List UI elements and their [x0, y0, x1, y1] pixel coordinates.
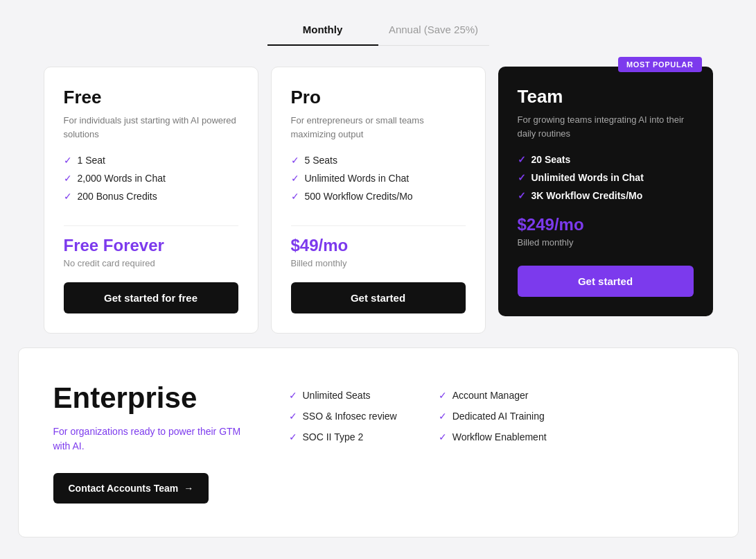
- check-icon: ✓: [518, 172, 526, 183]
- check-icon: ✓: [518, 154, 526, 165]
- check-icon: ✓: [289, 390, 297, 401]
- feature-pro-2: ✓Unlimited Words in Chat: [291, 173, 466, 184]
- enterprise-feature-sso: ✓ SSO & Infosec review: [289, 411, 397, 422]
- features-list-team: ✓20 Seats ✓Unlimited Words in Chat ✓3K W…: [518, 154, 694, 201]
- monthly-tab[interactable]: Monthly: [267, 14, 378, 45]
- enterprise-feature-soc: ✓ SOC II Type 2: [289, 431, 397, 442]
- check-icon: ✓: [291, 155, 299, 166]
- plan-name-free: Free: [64, 87, 238, 108]
- check-icon: ✓: [64, 173, 72, 184]
- plans-container: Free For individuals just starting with …: [18, 67, 739, 334]
- enterprise-desc: For organizations ready to power their G…: [53, 424, 247, 454]
- price-label-free: Free Forever: [64, 236, 238, 255]
- plan-desc-free: For individuals just starting with AI po…: [64, 114, 238, 141]
- price-label-pro: $49/mo: [291, 236, 466, 255]
- feature-label: Workflow Enablement: [452, 431, 547, 442]
- enterprise-features: ✓ Unlimited Seats ✓ SSO & Infosec review…: [289, 381, 703, 442]
- arrow-icon: →: [184, 483, 193, 494]
- plan-card-team: MOST POPULAR Team For growing teams inte…: [498, 67, 713, 316]
- features-list-free: ✓1 Seat ✓2,000 Words in Chat ✓200 Bonus …: [64, 155, 238, 202]
- feature-label: Dedicated AI Training: [452, 411, 545, 422]
- price-sub-pro: Billed monthly: [291, 258, 466, 268]
- check-icon: ✓: [291, 173, 299, 184]
- feature-pro-1: ✓5 Seats: [291, 155, 466, 166]
- enterprise-features-col2: ✓ Account Manager ✓ Dedicated AI Trainin…: [439, 390, 547, 442]
- price-label-team: $249/mo: [518, 215, 694, 234]
- enterprise-feature-workflow: ✓ Workflow Enablement: [439, 431, 547, 442]
- check-icon: ✓: [289, 411, 297, 422]
- check-icon: ✓: [291, 191, 299, 202]
- cta-button-free[interactable]: Get started for free: [64, 282, 238, 313]
- contact-accounts-button[interactable]: Contact Accounts Team →: [53, 473, 209, 504]
- feature-free-3: ✓200 Bonus Credits: [64, 191, 238, 202]
- plan-desc-team: For growing teams integrating AI into th…: [518, 113, 694, 140]
- check-icon: ✓: [64, 155, 72, 166]
- check-icon: ✓: [439, 431, 447, 442]
- cta-button-team[interactable]: Get started: [518, 266, 694, 297]
- plan-card-free: Free For individuals just starting with …: [44, 67, 258, 334]
- most-popular-badge: MOST POPULAR: [618, 57, 702, 72]
- feature-pro-3: ✓500 Workflow Credits/Mo: [291, 191, 466, 202]
- feature-free-2: ✓2,000 Words in Chat: [64, 173, 238, 184]
- feature-team-3: ✓3K Workflow Credits/Mo: [518, 190, 694, 201]
- feature-label: Unlimited Seats: [303, 390, 371, 401]
- enterprise-section: Enterprise For organizations ready to po…: [18, 347, 739, 538]
- check-icon: ✓: [439, 411, 447, 422]
- feature-label: Account Manager: [452, 390, 529, 401]
- enterprise-features-col1: ✓ Unlimited Seats ✓ SSO & Infosec review…: [289, 390, 397, 442]
- enterprise-feature-ai-training: ✓ Dedicated AI Training: [439, 411, 547, 422]
- price-sub-free: No credit card required: [64, 258, 238, 268]
- feature-free-1: ✓1 Seat: [64, 155, 238, 166]
- features-list-pro: ✓5 Seats ✓Unlimited Words in Chat ✓500 W…: [291, 155, 466, 202]
- check-icon: ✓: [289, 431, 297, 442]
- billing-toggle: Monthly Annual (Save 25%): [267, 14, 489, 46]
- plan-name-pro: Pro: [291, 87, 466, 108]
- feature-team-1: ✓20 Seats: [518, 154, 694, 165]
- price-sub-team: Billed monthly: [518, 237, 694, 248]
- check-icon: ✓: [439, 390, 447, 401]
- plan-card-pro: Pro For entrepreneurs or small teams max…: [271, 67, 486, 334]
- feature-label: SOC II Type 2: [303, 431, 364, 442]
- feature-label: SSO & Infosec review: [303, 411, 397, 422]
- check-icon: ✓: [518, 190, 526, 201]
- plan-divider-free: [64, 225, 238, 226]
- contact-accounts-label: Contact Accounts Team: [69, 483, 179, 494]
- cta-button-pro[interactable]: Get started: [291, 282, 466, 313]
- enterprise-feature-account-manager: ✓ Account Manager: [439, 390, 547, 401]
- check-icon: ✓: [64, 191, 72, 202]
- enterprise-name: Enterprise: [53, 381, 247, 415]
- plan-divider-pro: [291, 225, 466, 226]
- plan-desc-pro: For entrepreneurs or small teams maximiz…: [291, 114, 466, 141]
- annual-tab[interactable]: Annual (Save 25%): [378, 14, 489, 45]
- plan-name-team: Team: [518, 86, 694, 108]
- feature-team-2: ✓Unlimited Words in Chat: [518, 172, 694, 183]
- enterprise-left: Enterprise For organizations ready to po…: [53, 381, 247, 504]
- enterprise-feature-unlimited-seats: ✓ Unlimited Seats: [289, 390, 397, 401]
